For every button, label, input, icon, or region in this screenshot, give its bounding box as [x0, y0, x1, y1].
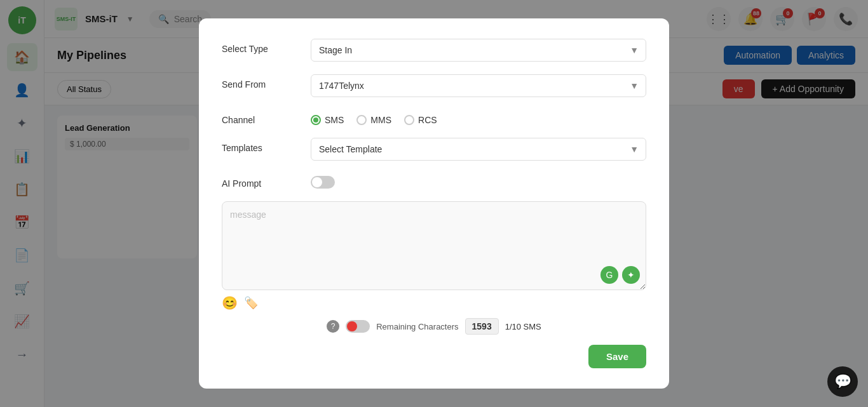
templates-label: Templates — [222, 138, 298, 153]
send-from-input[interactable]: 1747Telynx — [311, 74, 646, 97]
emoji-picker-button[interactable]: 😊 — [222, 295, 238, 310]
remaining-count: 1593 — [465, 318, 499, 335]
channel-sms-option[interactable]: SMS — [311, 115, 344, 125]
channel-label: Channel — [222, 110, 298, 125]
chat-button[interactable]: 💬 — [827, 366, 858, 397]
ai-prompt-toggle-wrap — [311, 173, 335, 189]
channel-radio-group: SMS MMS RCS — [311, 110, 437, 125]
mms-radio-circle — [356, 115, 367, 125]
channel-rcs-option[interactable]: RCS — [404, 115, 437, 125]
send-from-wrapper: 1747Telynx ▼ — [311, 74, 646, 97]
help-icon[interactable]: ? — [327, 320, 339, 333]
modal-save-button[interactable]: Save — [588, 345, 646, 368]
sms-toggle[interactable] — [346, 320, 370, 333]
channel-row: Channel SMS MMS RCS — [222, 110, 646, 125]
toggle-red-knob — [347, 321, 357, 331]
ai-prompt-label: AI Prompt — [222, 173, 298, 189]
remaining-label: Remaining Characters — [376, 322, 458, 331]
chat-icon: 💬 — [834, 373, 851, 390]
message-container: message G ✦ — [222, 201, 646, 290]
sms-radio-label: SMS — [325, 115, 344, 125]
sms-footer: ? Remaining Characters 1593 1/10 SMS — [222, 318, 646, 335]
grammarly-icon[interactable]: G — [600, 266, 618, 284]
tag-button[interactable]: 🏷️ — [244, 295, 258, 310]
send-sms-modal: Select Type Stage In ▼ Send From 1747Tel… — [199, 18, 669, 389]
channel-mms-option[interactable]: MMS — [356, 115, 391, 125]
modal-overlay[interactable]: Select Type Stage In ▼ Send From 1747Tel… — [0, 0, 868, 407]
templates-input[interactable]: Select Template — [311, 138, 646, 161]
modal-footer: Save — [222, 345, 646, 368]
message-action-icons: G ✦ — [600, 266, 640, 284]
rcs-radio-circle — [404, 115, 414, 125]
sms-count: 1/10 SMS — [505, 322, 541, 331]
ai-prompt-toggle[interactable] — [311, 176, 335, 189]
templates-wrapper: Select Template ▼ — [311, 138, 646, 161]
select-type-wrapper: Stage In ▼ — [311, 39, 646, 62]
mms-radio-label: MMS — [370, 115, 391, 125]
send-from-row: Send From 1747Telynx ▼ — [222, 74, 646, 97]
sms-radio-circle — [311, 115, 321, 125]
rcs-radio-label: RCS — [418, 115, 437, 125]
select-type-label: Select Type — [222, 39, 298, 54]
emoji-tag-row: 😊 🏷️ — [222, 295, 646, 310]
toggle-knob — [312, 177, 322, 187]
send-from-label: Send From — [222, 74, 298, 90]
select-type-input[interactable]: Stage In — [311, 39, 646, 62]
ai-assist-icon[interactable]: ✦ — [622, 266, 640, 284]
message-textarea[interactable]: message — [222, 201, 646, 290]
ai-prompt-row: AI Prompt — [222, 173, 646, 189]
message-placeholder: message — [230, 210, 266, 220]
templates-row: Templates Select Template ▼ — [222, 138, 646, 161]
select-type-row: Select Type Stage In ▼ — [222, 39, 646, 62]
